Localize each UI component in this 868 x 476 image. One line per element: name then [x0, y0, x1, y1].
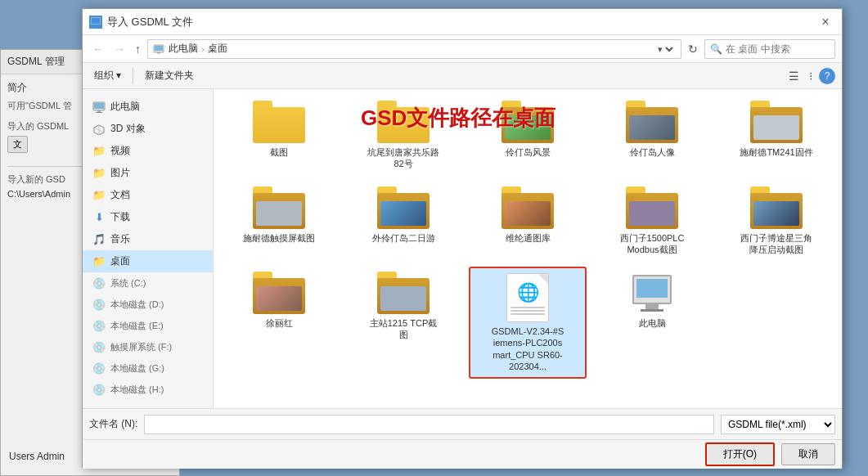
sidebar-label-this-pc: 此电脑	[110, 100, 140, 114]
drive-c-icon: 💿	[92, 276, 106, 290]
globe-icon: 🌐	[517, 282, 539, 303]
view-details-button[interactable]: ⁝	[806, 68, 816, 84]
drive-g-icon: 💿	[92, 361, 106, 375]
list-item[interactable]: 主站1215 TCP截图	[344, 267, 462, 379]
folder-icon	[626, 186, 678, 229]
toolbar-right: ☰ ⁝ ?	[785, 68, 835, 84]
sidebar-item-video[interactable]: 📁 视频	[83, 140, 213, 162]
3d-icon	[92, 123, 106, 136]
list-item[interactable]: 施耐德TM241固件	[717, 96, 835, 175]
sidebar-item-drive-c[interactable]: 💿 系统 (C:)	[83, 272, 213, 294]
list-item[interactable]: 徐丽红	[220, 267, 338, 379]
sidebar-label-drive-d: 本地磁盘 (D:)	[110, 299, 164, 311]
list-item[interactable]: 西门子博途星三角降压启动截图	[717, 182, 835, 261]
file-name: 西门子博途星三角降压启动截图	[740, 232, 813, 256]
sidebar-label-drive-h: 本地磁盘 (H:)	[110, 384, 164, 396]
sidebar-item-downloads[interactable]: ⬇ 下载	[83, 206, 213, 228]
view-toggle-button[interactable]: ☰	[785, 68, 803, 84]
list-item[interactable]: 西门子1500PLC Modbus截图	[593, 182, 711, 261]
monitor-screen	[636, 279, 668, 298]
breadcrumb-dropdown[interactable]: ▾	[654, 43, 676, 55]
search-input[interactable]	[726, 43, 824, 55]
drive-e-icon: 💿	[92, 319, 106, 332]
computer-icon	[92, 101, 106, 114]
action-bar: 打开(O) 取消	[83, 439, 842, 469]
breadcrumb-bar[interactable]: 此电脑 › 桌面 ▾	[147, 39, 681, 59]
sidebar-label-music: 音乐	[110, 232, 130, 246]
svg-rect-1	[92, 18, 100, 24]
sidebar-item-drive-g[interactable]: 💿 本地磁盘 (G:)	[83, 357, 213, 379]
back-button[interactable]: ←	[89, 41, 107, 57]
file-name: 维纶通图库	[506, 232, 551, 244]
new-folder-button[interactable]: 新建文件夹	[140, 67, 199, 84]
gsdml-file-item[interactable]: 🌐 GSDML-V2.34-#Siemens-PLC200smart_CPU S…	[469, 267, 587, 379]
doc-fold	[538, 274, 548, 284]
file-name: GSDML-V2.34-#Siemens-PLC200smart_CPU SR6…	[491, 326, 564, 372]
file-name: 此电脑	[639, 317, 666, 329]
up-button[interactable]: ↑	[132, 41, 144, 57]
search-icon: 🔍	[710, 43, 722, 55]
sidebar-item-3d[interactable]: 3D 对象	[83, 118, 213, 140]
svg-rect-8	[96, 112, 102, 113]
search-box: 🔍	[704, 39, 835, 59]
folder-icon	[253, 186, 305, 229]
sidebar: 此电脑 3D 对象 📁 视频 📁 图片 📁 文档 ⬇	[83, 89, 214, 408]
doc-lines	[510, 307, 545, 317]
file-name: 截图	[270, 146, 288, 158]
breadcrumb-item-pc: 此电脑	[153, 42, 198, 56]
refresh-button[interactable]: ↻	[685, 41, 701, 57]
sidebar-item-drive-d[interactable]: 💿 本地磁盘 (D:)	[83, 294, 213, 315]
close-button[interactable]: ×	[816, 12, 835, 32]
folder-video-icon: 📁	[92, 145, 106, 158]
import-action-button[interactable]: 文	[7, 136, 28, 153]
sidebar-label-pictures: 图片	[110, 166, 130, 180]
help-button[interactable]: ?	[819, 68, 835, 84]
sidebar-item-pictures[interactable]: 📁 图片	[83, 162, 213, 184]
cancel-button[interactable]: 取消	[781, 443, 835, 465]
this-pc-item[interactable]: 此电脑	[593, 267, 711, 379]
svg-rect-7	[97, 110, 101, 112]
list-item[interactable]: 维纶通图库	[469, 182, 587, 261]
sidebar-item-drive-f[interactable]: 💿 触摸屏系统 (F:)	[83, 336, 213, 357]
folder-icon	[253, 272, 305, 314]
sidebar-item-drive-e[interactable]: 💿 本地磁盘 (E:)	[83, 315, 213, 336]
filetype-select[interactable]: GSDML file(*.xml)	[721, 415, 835, 434]
download-icon: ⬇	[92, 211, 106, 224]
sidebar-item-drive-h[interactable]: 💿 本地磁盘 (H:)	[83, 379, 213, 400]
organize-button[interactable]: 组织 ▾	[89, 67, 126, 84]
sidebar-item-this-pc[interactable]: 此电脑	[83, 96, 213, 118]
folder-icon	[253, 101, 305, 143]
folder-icon	[750, 186, 803, 229]
svg-rect-4	[157, 52, 160, 54]
list-item[interactable]: 伶仃岛人像	[593, 96, 711, 175]
list-item[interactable]: 外伶仃岛二日游	[344, 182, 462, 261]
filename-input[interactable]	[144, 415, 714, 434]
sidebar-item-documents[interactable]: 📁 文档	[83, 184, 213, 206]
file-name: 施耐德触摸屏截图	[243, 232, 315, 244]
file-name: 主站1215 TCP截图	[367, 317, 440, 341]
folder-music-icon: 🎵	[92, 233, 106, 246]
list-item[interactable]: 截图	[220, 96, 338, 175]
drive-d-icon: 💿	[92, 298, 106, 311]
sidebar-item-music[interactable]: 🎵 音乐	[83, 228, 213, 250]
file-grid: 截图 坑尾到唐家共乐路82号 伶仃岛风景	[214, 89, 842, 408]
forward-button[interactable]: →	[110, 41, 128, 57]
svg-rect-6	[94, 103, 104, 109]
list-item[interactable]: 施耐德触摸屏截图	[220, 182, 338, 261]
drive-h-icon: 💿	[92, 383, 106, 396]
open-button[interactable]: 打开(O)	[705, 442, 775, 466]
folder-icon	[501, 186, 554, 229]
sidebar-label-documents: 文档	[110, 188, 130, 202]
toolbar-separator	[133, 68, 133, 84]
folder-icon	[626, 101, 678, 143]
sidebar-label-drive-f: 触摸屏系统 (F:)	[110, 341, 172, 353]
toolbar: 组织 ▾ 新建文件夹 ☰ ⁝ ?	[83, 63, 842, 89]
sidebar-label-3d: 3D 对象	[110, 122, 146, 136]
svg-rect-3	[155, 46, 163, 51]
dialog-titlebar: 导入 GSDML 文件 ×	[83, 9, 842, 35]
gsdml-doc-icon: 🌐	[506, 273, 549, 322]
folder-documents-icon: 📁	[92, 189, 106, 202]
sidebar-item-desktop[interactable]: 📁 桌面	[83, 250, 213, 272]
sidebar-label-downloads: 下载	[110, 210, 130, 224]
address-bar: ← → ↑ 此电脑 › 桌面 ▾ ↻ 🔍	[83, 35, 842, 63]
